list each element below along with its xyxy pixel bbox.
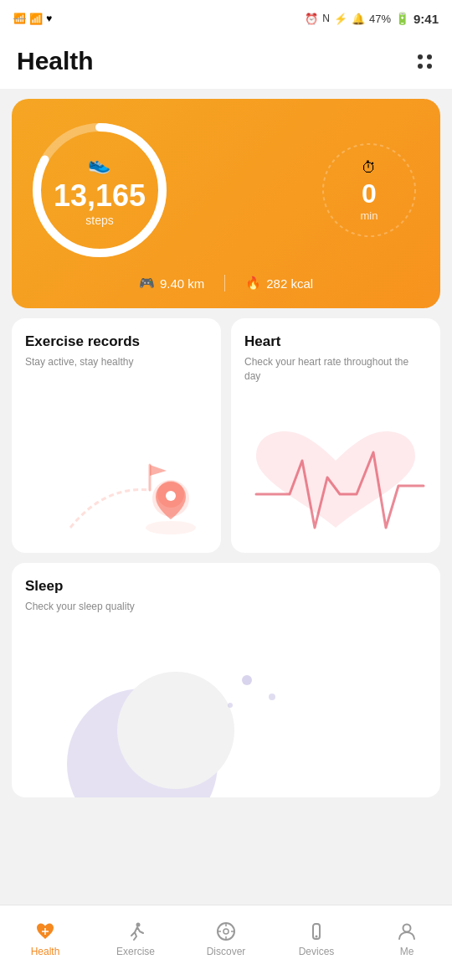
- main-content: 👟 13,165 steps ⏱ 0 min 🎮 9.40: [0, 89, 452, 807]
- distance-value: 9.40 km: [160, 276, 204, 291]
- timer-icon: ⏱: [362, 159, 377, 177]
- alarm-icon: ⏰: [305, 13, 318, 25]
- steps-count: 13,165: [54, 178, 146, 214]
- mute-icon: 🔔: [352, 13, 365, 25]
- battery-icon: 🔋: [395, 12, 409, 25]
- health-icon: [34, 921, 56, 942]
- heart-card-title: Heart: [244, 333, 427, 350]
- heart-card[interactable]: Heart Check your heart rate throughout t…: [231, 318, 440, 553]
- me-nav-label: Me: [400, 946, 414, 957]
- exercise-card-subtitle: Stay active, stay healthy: [25, 355, 208, 369]
- steps-label: steps: [85, 214, 113, 227]
- cards-row-1: Exercise records Stay active, stay healt…: [12, 318, 440, 553]
- timer-label: min: [361, 209, 378, 222]
- nav-item-me[interactable]: Me: [362, 921, 452, 957]
- dot4: [427, 64, 432, 69]
- dot3: [418, 64, 423, 69]
- bluetooth-icon: ⚡: [334, 13, 347, 25]
- steps-card[interactable]: 👟 13,165 steps ⏱ 0 min 🎮 9.40: [12, 99, 440, 308]
- page-title: Health: [17, 47, 94, 75]
- calories-icon: 🔥: [245, 276, 261, 291]
- devices-icon: [306, 921, 327, 942]
- signal-icon: 📶: [13, 13, 26, 24]
- sleep-card-title: Sleep: [25, 578, 427, 595]
- svg-point-16: [136, 922, 141, 926]
- shoe-icon: 👟: [88, 153, 110, 175]
- svg-point-10: [117, 672, 234, 789]
- sleep-card-subtitle: Check your sleep quality: [25, 600, 427, 614]
- heart-small-icon: ♥: [46, 13, 52, 24]
- me-icon: [396, 921, 418, 942]
- status-bar: 📶 📶 ♥ ⏰ N ⚡ 🔔 47% 🔋 9:41: [0, 0, 452, 37]
- svg-point-12: [269, 694, 275, 700]
- discover-nav-label: Discover: [207, 946, 246, 957]
- stats-divider: [224, 275, 225, 291]
- steps-stats: 🎮 9.40 km 🔥 282 kcal: [28, 275, 424, 291]
- exercise-icon: [125, 921, 146, 942]
- clock: 9:41: [413, 12, 439, 26]
- heart-card-subtitle: Check your heart rate throughout the day: [244, 355, 427, 384]
- dot2: [427, 54, 432, 59]
- calories-stat: 🔥 282 kcal: [245, 276, 313, 291]
- more-options-button[interactable]: [414, 51, 435, 72]
- calories-value: 282 kcal: [266, 276, 313, 291]
- discover-icon: [215, 921, 237, 942]
- wifi-icon: 📶: [29, 13, 43, 25]
- distance-stat: 🎮 9.40 km: [139, 276, 204, 291]
- nav-item-discover[interactable]: Discover: [181, 921, 271, 957]
- timer-value: 0: [362, 178, 377, 209]
- distance-icon: 🎮: [139, 276, 155, 291]
- health-nav-label: Health: [31, 946, 60, 957]
- sleep-card[interactable]: Sleep Check your sleep quality: [12, 563, 440, 797]
- svg-point-6: [166, 491, 176, 501]
- nfc-icon: N: [322, 13, 330, 24]
- battery-percent: 47%: [369, 13, 391, 25]
- dot1: [418, 54, 423, 59]
- exercise-nav-label: Exercise: [116, 946, 155, 957]
- exercise-card-title: Exercise records: [25, 333, 208, 350]
- nav-item-devices[interactable]: Devices: [271, 921, 362, 957]
- bottom-nav: Health Exercise Discover Devices: [0, 905, 452, 980]
- exercise-records-card[interactable]: Exercise records Stay active, stay healt…: [12, 318, 221, 553]
- svg-point-18: [223, 929, 229, 934]
- svg-point-13: [228, 703, 233, 708]
- nav-item-exercise[interactable]: Exercise: [90, 921, 181, 957]
- svg-point-11: [242, 675, 252, 685]
- steps-ring: 👟 13,165 steps: [28, 119, 171, 261]
- svg-point-24: [316, 935, 318, 937]
- timer-ring: ⏱ 0 min: [315, 136, 424, 245]
- svg-point-25: [403, 924, 411, 931]
- status-left: 📶 📶 ♥: [13, 13, 52, 25]
- app-header: Health: [0, 37, 452, 89]
- svg-point-3: [146, 521, 196, 534]
- nav-item-health[interactable]: Health: [0, 921, 90, 957]
- devices-nav-label: Devices: [299, 946, 335, 957]
- svg-marker-8: [150, 465, 167, 476]
- status-right: ⏰ N ⚡ 🔔 47% 🔋 9:41: [305, 12, 439, 26]
